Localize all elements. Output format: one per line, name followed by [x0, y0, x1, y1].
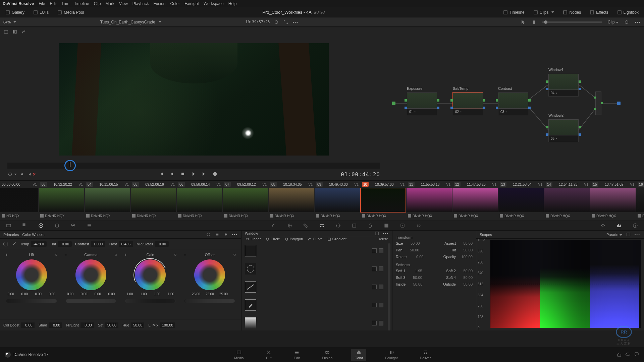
- step-back-button[interactable]: [169, 171, 175, 178]
- 3d-icon[interactable]: 3D: [415, 222, 422, 229]
- wheels-mode-icon[interactable]: [206, 232, 211, 237]
- menu-color[interactable]: Color: [170, 1, 180, 6]
- node-options-icon[interactable]: •••: [635, 20, 641, 24]
- subbar-nodes[interactable]: Nodes: [561, 9, 583, 16]
- menu-fusion[interactable]: Fusion: [154, 1, 166, 6]
- window-shape-line[interactable]: [245, 280, 383, 294]
- viewer-scrubber[interactable]: [7, 163, 380, 169]
- clip-thumbnail-14[interactable]: 1412:54:11:23V1DNxHR HQX: [544, 181, 590, 221]
- transform-size[interactable]: Size50.00: [396, 241, 420, 245]
- page-tab-cut[interactable]: Cut: [263, 349, 275, 361]
- panel-options-icon[interactable]: •••: [232, 233, 238, 237]
- camera-raw-icon[interactable]: [5, 222, 12, 229]
- info-icon[interactable]: [632, 222, 639, 229]
- offset-wheel[interactable]: [194, 259, 225, 290]
- motion-effects-icon[interactable]: [86, 222, 93, 229]
- primaries-sat[interactable]: Sat50.00: [98, 322, 119, 328]
- menu-mark[interactable]: Mark: [105, 1, 114, 6]
- clip-thumbnail-08[interactable]: 0810:18:34:05V1DNxHR HQX: [268, 181, 314, 221]
- viewer-zoom[interactable]: 84%: [3, 20, 16, 24]
- lift-jog[interactable]: [6, 299, 57, 303]
- node-04[interactable]: Window104 ▪: [548, 74, 579, 97]
- source-node[interactable]: [392, 102, 395, 105]
- subbar-timeline[interactable]: Timeline: [501, 9, 527, 16]
- clip-thumbnail-05[interactable]: 0509:52:06:16V1DNxHR HQX: [130, 181, 176, 221]
- page-tab-fairlight[interactable]: Fairlight: [382, 349, 401, 361]
- clip-mode-dropdown[interactable]: Clip: [608, 20, 619, 24]
- primaries-colboost[interactable]: Col Boost0.00: [3, 322, 35, 328]
- transform-rotate[interactable]: Rotate0.00: [396, 255, 423, 259]
- softness-soft4[interactable]: Soft 450.00: [446, 276, 473, 280]
- softness-soft1[interactable]: Soft 11.95: [396, 269, 422, 273]
- clip-thumbnail-13[interactable]: 1312:21:58:04V1DNxHR HQX: [498, 181, 544, 221]
- thumbnail-timeline[interactable]: 00:00:00:00V1HR HQX0310:32:20:22V1DNxHR …: [0, 180, 644, 221]
- page-tab-color[interactable]: Color: [351, 349, 366, 361]
- menu-playback[interactable]: Playback: [132, 1, 149, 6]
- viewer-canvas[interactable]: [0, 36, 387, 163]
- primaries-shad[interactable]: Shad0.00: [39, 322, 62, 328]
- primaries-temp[interactable]: Temp-479.0: [20, 241, 47, 247]
- more-icon[interactable]: •••: [292, 20, 299, 24]
- loop-button[interactable]: [212, 171, 218, 178]
- window-icon[interactable]: [319, 222, 325, 229]
- page-tab-edit[interactable]: Edit: [290, 349, 303, 361]
- clip-name-dropdown[interactable]: Tues_On_Earth_CaseysGrade: [100, 20, 161, 24]
- node-02[interactable]: Sat/Temp02 ▪: [453, 93, 483, 115]
- highlight-icon[interactable]: [21, 29, 26, 35]
- clip-thumbnail-16[interactable]: 16DNx: [636, 181, 644, 221]
- transform-tilt[interactable]: Tilt50.00: [451, 248, 473, 252]
- transform-opacity[interactable]: Opacity100.00: [443, 255, 473, 259]
- output-node[interactable]: [617, 102, 621, 105]
- reset-icon[interactable]: [624, 19, 629, 25]
- clip-thumbnail-09[interactable]: 0919:49:43:00V1DNxHR HQX: [314, 181, 360, 221]
- window-shape-circle[interactable]: [245, 261, 383, 276]
- clip-thumbnail-15[interactable]: 1513:47:51:02V1DNxHR HQX: [590, 181, 636, 221]
- window-tab-curve[interactable]: Curve: [306, 236, 324, 242]
- window-delete-button[interactable]: Delete: [375, 236, 390, 242]
- window-tab-linear[interactable]: Linear: [244, 236, 263, 242]
- clip-thumbnail-11[interactable]: 1111:55:53:18V1DNxHR HQX: [406, 181, 452, 221]
- loop-icon[interactable]: [274, 19, 279, 25]
- window-tab-gradient[interactable]: Gradient: [325, 236, 348, 242]
- subbar-luts[interactable]: LUTs: [31, 9, 51, 16]
- menu-davinci-resolve[interactable]: DaVinci Resolve: [3, 1, 34, 6]
- key-icon[interactable]: [383, 222, 390, 229]
- color-warper-icon[interactable]: [286, 222, 293, 229]
- keyframe-icon[interactable]: [600, 222, 606, 229]
- sizing-icon[interactable]: [399, 222, 406, 229]
- subbar-lightbox[interactable]: Lightbox: [615, 9, 641, 16]
- softness-outside[interactable]: Outside50.00: [443, 282, 473, 286]
- page-tab-deliver[interactable]: Deliver: [417, 349, 434, 361]
- auto-balance-icon[interactable]: [3, 242, 8, 246]
- scopes-mode-dropdown[interactable]: Parade: [606, 233, 622, 237]
- pick-white-icon[interactable]: [11, 241, 17, 247]
- expand-icon[interactable]: [283, 19, 288, 25]
- window-shape-rect[interactable]: [245, 243, 383, 258]
- qualifier-icon[interactable]: [303, 222, 309, 229]
- clip-thumbnail-04[interactable]: 0410:11:06:15V1DNxHR HQX: [85, 181, 130, 221]
- chat-icon[interactable]: [634, 352, 639, 358]
- primaries-hilight[interactable]: Hi/Light0.00: [66, 322, 94, 328]
- window-preset-icon[interactable]: [374, 231, 379, 236]
- clip-thumbnail-10[interactable]: 1010:39:57:00V1DNxHR HQX: [360, 181, 406, 221]
- menu-clip[interactable]: Clip: [94, 1, 101, 6]
- menu-timeline[interactable]: Timeline: [74, 1, 89, 6]
- offset-jog[interactable]: [184, 299, 235, 303]
- node-03[interactable]: Contrast03 ▪: [498, 93, 528, 115]
- split-screen-icon[interactable]: [12, 29, 17, 35]
- color-match-icon[interactable]: [21, 222, 28, 229]
- arrow-cursor-icon[interactable]: [521, 19, 526, 25]
- primaries-middetail[interactable]: Mid/Detail0.00: [137, 241, 169, 247]
- color-wheels-icon[interactable]: [38, 222, 44, 229]
- window-shape-curve[interactable]: [245, 298, 383, 312]
- subbar-gallery[interactable]: Gallery: [3, 9, 26, 16]
- prev-clip-button[interactable]: [159, 171, 164, 178]
- subbar-effects[interactable]: Effects: [588, 9, 610, 16]
- mute-button[interactable]: ×: [28, 172, 36, 177]
- bars-mode-icon[interactable]: [214, 232, 220, 237]
- curves-icon[interactable]: [270, 222, 277, 229]
- magic-mask-icon[interactable]: [351, 222, 358, 229]
- home-icon[interactable]: [616, 352, 622, 358]
- clip-thumbnail-03[interactable]: 0310:32:20:22V1DNxHR HQX: [39, 181, 85, 221]
- log-mode-icon[interactable]: [223, 232, 228, 237]
